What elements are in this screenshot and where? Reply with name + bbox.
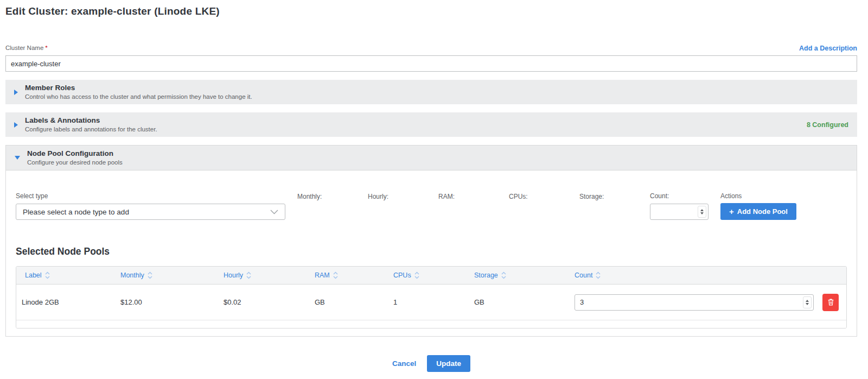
hourly-stat-label: Hourly: [368,193,438,200]
cluster-name-input[interactable] [5,55,857,72]
add-node-pool-form: Select type Please select a node type to… [16,192,847,220]
sort-icon [414,271,419,279]
column-header-cpus[interactable]: CPUs [388,271,469,279]
add-node-pool-button-label: Add Node Pool [737,207,788,216]
table-footer-strip [16,320,846,328]
cpus-stat: CPUs: [509,192,579,200]
number-stepper-icon[interactable] [803,296,812,308]
pool-count-cell [569,294,846,311]
cluster-name-label: Cluster Name [5,45,43,51]
stepper-up-icon[interactable] [700,209,704,211]
pool-count-input-wrap [575,294,814,311]
stepper-down-icon[interactable] [806,303,809,305]
member-roles-title: Member Roles [25,83,252,93]
selected-node-pools-table: Label Monthly Hourly RAM [16,266,847,329]
column-header-ram-text: RAM [315,271,330,279]
sort-icon [45,271,50,279]
column-header-storage[interactable]: Storage [469,271,569,279]
table-row: Linode 2GB $12.00 $0.02 GB 1 GB [16,285,846,320]
labels-annotations-subtitle: Configure labels and annotations for the… [25,125,157,134]
cluster-name-label-group: Cluster Name* [5,42,48,52]
configured-count-badge: 8 Configured [807,121,848,129]
monthly-stat-label: Monthly: [297,193,368,200]
node-type-select-value: Please select a node type to add [23,208,129,216]
count-group: Count: [650,192,720,220]
monthly-stat: Monthly: [297,192,368,200]
node-type-select[interactable]: Please select a node type to add [16,204,285,220]
sort-icon [333,271,338,279]
delete-pool-button[interactable] [822,294,839,311]
caret-right-icon [14,122,18,128]
labels-annotations-section-header[interactable]: Labels & Annotations Configure labels an… [5,112,857,137]
storage-stat: Storage: [579,192,650,200]
pool-hourly-cell: $0.02 [218,298,309,306]
column-header-monthly-text: Monthly [120,271,144,279]
required-asterisk: * [45,45,47,51]
form-footer-actions: Cancel Update [5,355,857,372]
stepper-up-icon[interactable] [806,300,809,302]
sort-icon [246,271,251,279]
actions-label: Actions [720,192,796,200]
sort-icon [148,271,152,279]
column-header-monthly[interactable]: Monthly [115,271,218,279]
labels-annotations-title: Labels & Annotations [25,116,157,125]
node-pool-configuration-section: Node Pool Configuration Configure your d… [5,145,857,337]
selected-node-pools-heading: Selected Node Pools [16,246,847,257]
column-header-cpus-text: CPUs [393,271,411,279]
ram-stat-label: RAM: [438,193,509,200]
caret-down-icon [15,156,20,160]
pool-storage-cell: GB [469,298,569,306]
sort-icon [596,271,601,279]
storage-stat-label: Storage: [579,193,650,200]
plus-icon: + [729,207,734,216]
pool-label-cell: Linode 2GB [16,298,115,306]
pool-count-input[interactable] [575,294,814,311]
pool-ram-cell: GB [309,298,388,306]
page-title: Edit Cluster: example-cluster (Linode LK… [5,5,857,17]
pool-cpus-cell: 1 [388,298,469,306]
cancel-button[interactable]: Cancel [392,359,416,368]
column-header-hourly-text: Hourly [224,271,243,279]
column-header-label[interactable]: Label [16,271,115,279]
node-pool-configuration-title: Node Pool Configuration [27,149,123,159]
count-input-wrap [650,204,709,220]
ram-stat: RAM: [438,192,509,200]
node-pool-configuration-content: Select type Please select a node type to… [6,170,857,336]
edit-cluster-page: Edit Cluster: example-cluster (Linode LK… [0,0,868,379]
select-type-label: Select type [16,192,285,200]
pool-monthly-cell: $12.00 [115,298,218,306]
trash-icon [827,298,834,306]
add-description-link[interactable]: Add a Description [799,45,857,52]
column-header-storage-text: Storage [474,271,498,279]
node-pool-configuration-section-header[interactable]: Node Pool Configuration Configure your d… [6,146,857,170]
actions-group: Actions + Add Node Pool [720,192,796,220]
update-button[interactable]: Update [427,355,470,372]
caret-right-icon [14,90,18,95]
stepper-down-icon[interactable] [700,212,704,214]
member-roles-text: Member Roles Control who has access to t… [25,83,252,101]
add-node-pool-button[interactable]: + Add Node Pool [720,203,796,220]
cluster-name-header-row: Cluster Name* Add a Description [5,42,857,52]
hourly-stat: Hourly: [368,192,438,200]
labels-annotations-text: Labels & Annotations Configure labels an… [25,116,157,134]
column-header-count-text: Count [575,271,592,279]
column-header-label-text: Label [25,271,42,279]
cpus-stat-label: CPUs: [509,193,579,200]
node-pool-configuration-text: Node Pool Configuration Configure your d… [27,149,123,167]
column-header-count[interactable]: Count [569,271,846,279]
node-pool-configuration-subtitle: Configure your desired node pools [27,159,123,167]
member-roles-subtitle: Control who has access to the cluster an… [25,93,252,102]
column-header-ram[interactable]: RAM [309,271,388,279]
table-header-row: Label Monthly Hourly RAM [16,267,846,285]
node-type-select-group: Select type Please select a node type to… [16,192,285,220]
member-roles-section-header[interactable]: Member Roles Control who has access to t… [5,80,857,104]
number-stepper-icon[interactable] [698,206,706,218]
chevron-down-icon [270,210,278,214]
column-header-hourly[interactable]: Hourly [218,271,309,279]
count-label: Count: [650,192,720,200]
sort-icon [501,271,506,279]
